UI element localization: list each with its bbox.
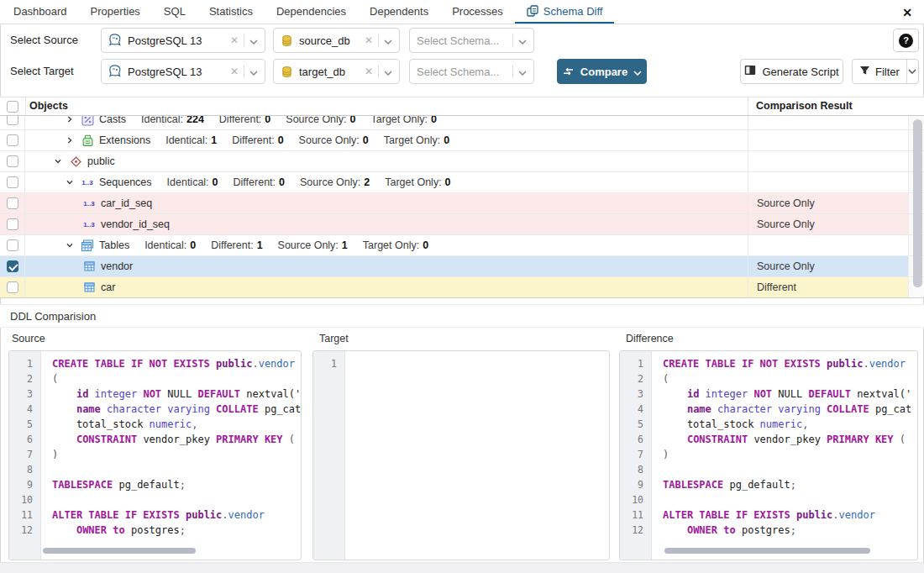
tab-processes[interactable]: Processes bbox=[440, 0, 515, 24]
source-panel-title: Source bbox=[12, 333, 45, 344]
target-ddl-editor: 1 bbox=[312, 350, 610, 560]
filter-menu-chevron[interactable] bbox=[907, 60, 919, 83]
stat-different: Different:0 bbox=[219, 116, 270, 125]
table-row[interactable]: TablesIdentical:0Different:1Source Only:… bbox=[0, 235, 924, 256]
tab-statistics[interactable]: Statistics bbox=[197, 0, 265, 24]
target-server-select[interactable]: PostgreSQL 13 ✕ bbox=[101, 59, 265, 84]
code-line: ALTER TABLE IF EXISTS public.vendor bbox=[52, 507, 301, 523]
chevron-down-icon[interactable] bbox=[518, 66, 527, 78]
clear-icon[interactable]: ✕ bbox=[230, 66, 239, 77]
row-checkbox[interactable] bbox=[7, 176, 18, 188]
row-checkbox[interactable] bbox=[7, 134, 18, 146]
tab-dependencies[interactable]: Dependencies bbox=[265, 0, 358, 24]
tab-schema-diff[interactable]: Schema Diff bbox=[515, 0, 615, 24]
table-row[interactable]: 1..3vendor_id_seqSource Only bbox=[0, 214, 924, 235]
source-db-select[interactable]: source_db ✕ bbox=[273, 28, 400, 53]
line-number: 5 bbox=[620, 417, 651, 432]
row-checkbox[interactable] bbox=[7, 239, 18, 251]
target-schema-select[interactable]: Select Schema... bbox=[409, 59, 534, 84]
row-checkbox[interactable] bbox=[7, 116, 18, 125]
chevron-right-icon[interactable] bbox=[64, 116, 76, 125]
table-icon bbox=[82, 260, 96, 273]
table-row[interactable]: public bbox=[0, 151, 924, 172]
chevron-down-icon[interactable] bbox=[64, 239, 76, 251]
compare-arrows-icon bbox=[562, 66, 575, 78]
schema-diff-window: Dashboard Properties SQL Statistics Depe… bbox=[0, 0, 924, 573]
clear-icon[interactable]: ✕ bbox=[365, 66, 373, 77]
stat-source-only: Source Only:2 bbox=[300, 176, 370, 188]
object-label: Sequences bbox=[99, 176, 152, 188]
comparison-stats: Identical:1Different:0Source Only:0Targe… bbox=[165, 134, 449, 146]
tab-dashboard[interactable]: Dashboard bbox=[2, 0, 79, 24]
chevron-down-icon[interactable] bbox=[384, 66, 392, 78]
tab-label: Dependents bbox=[370, 5, 428, 18]
difference-code-area[interactable]: CREATE TABLE IF NOT EXISTS public.vendor… bbox=[653, 351, 917, 560]
code-line: name character varying COLLATE pg_cat bbox=[52, 402, 301, 417]
row-checkbox[interactable] bbox=[7, 155, 18, 167]
line-number: 4 bbox=[620, 402, 651, 417]
code-line: ( bbox=[52, 371, 301, 386]
tab-dependents[interactable]: Dependents bbox=[358, 0, 440, 24]
close-icon[interactable]: ✕ bbox=[899, 4, 916, 21]
row-checkbox[interactable] bbox=[7, 197, 18, 209]
row-checkbox-cell bbox=[0, 214, 25, 234]
table-row[interactable]: vendorSource Only bbox=[0, 256, 924, 277]
code-line: OWNER to postgres; bbox=[52, 523, 301, 538]
code-line bbox=[52, 462, 301, 477]
row-checkbox[interactable] bbox=[7, 218, 18, 230]
clear-icon[interactable]: ✕ bbox=[230, 34, 239, 46]
help-button[interactable]: ? bbox=[893, 29, 919, 52]
table-row[interactable]: CastsIdentical:224Different:0Source Only… bbox=[0, 116, 924, 130]
chevron-down-icon[interactable] bbox=[249, 34, 258, 47]
target-db-select[interactable]: target_db ✕ bbox=[273, 59, 400, 84]
row-checkbox[interactable] bbox=[7, 260, 18, 272]
comparison-result-cell bbox=[748, 130, 908, 150]
code-line: ALTER TABLE IF EXISTS public.vendor bbox=[663, 507, 917, 523]
source-code-area[interactable]: CREATE TABLE IF NOT EXISTS public.vendor… bbox=[42, 351, 301, 560]
row-checkbox[interactable] bbox=[7, 281, 18, 293]
generate-script-button[interactable]: Generate Script bbox=[740, 59, 843, 84]
filter-button[interactable]: Filter bbox=[853, 60, 906, 83]
select-all-checkbox[interactable] bbox=[7, 101, 18, 113]
grid-vertical-scrollbar[interactable] bbox=[913, 119, 922, 289]
table-row[interactable]: 1..3SequencesIdentical:0Different:0Sourc… bbox=[0, 172, 924, 193]
compare-label: Compare bbox=[580, 66, 627, 78]
database-icon bbox=[281, 34, 293, 47]
code-line: ( bbox=[663, 371, 917, 386]
comparison-grid: Objects Comparison Result CastsIdentical… bbox=[0, 97, 924, 298]
comparison-result-column-header: Comparison Result bbox=[756, 100, 853, 112]
horizontal-scrollbar-thumb[interactable] bbox=[664, 548, 870, 554]
sequence-icon: 1..3 bbox=[81, 176, 94, 189]
clear-icon[interactable]: ✕ bbox=[365, 34, 373, 46]
target-code-area[interactable] bbox=[346, 351, 609, 560]
row-checkbox-cell bbox=[0, 130, 25, 150]
object-cell: TablesIdentical:0Different:1Source Only:… bbox=[25, 235, 748, 255]
chevron-right-icon[interactable] bbox=[64, 134, 76, 146]
code-line: ) bbox=[663, 447, 917, 462]
source-server-select[interactable]: PostgreSQL 13 ✕ bbox=[101, 28, 265, 53]
table-row[interactable]: ExtensionsIdentical:1Different:0Source O… bbox=[0, 130, 924, 151]
target-panel-title: Target bbox=[319, 333, 349, 344]
chevron-down-icon[interactable] bbox=[518, 34, 527, 47]
table-row[interactable]: carDifferent bbox=[0, 277, 924, 297]
comparison-result-cell bbox=[748, 235, 908, 255]
horizontal-scrollbar-thumb[interactable] bbox=[43, 548, 196, 554]
select-target-label: Select Target bbox=[10, 59, 74, 84]
object-cell: CastsIdentical:224Different:0Source Only… bbox=[25, 116, 748, 129]
chevron-down-icon[interactable] bbox=[384, 34, 392, 47]
tab-sql[interactable]: SQL bbox=[152, 0, 197, 24]
stat-target-only: Target Only:0 bbox=[385, 176, 450, 188]
source-schema-select[interactable]: Select Schema... bbox=[409, 28, 534, 53]
scrollbar-thumb[interactable] bbox=[913, 119, 922, 287]
line-number: 10 bbox=[620, 492, 651, 507]
stat-source-only: Source Only:0 bbox=[299, 134, 369, 146]
tab-properties[interactable]: Properties bbox=[79, 0, 152, 24]
table-row[interactable]: 1..3car_id_seqSource Only bbox=[0, 193, 924, 214]
code-line: CREATE TABLE IF NOT EXISTS public.vendor bbox=[52, 356, 301, 371]
compare-button[interactable]: Compare bbox=[557, 59, 647, 84]
chevron-down-icon[interactable] bbox=[64, 176, 76, 188]
line-number: 2 bbox=[9, 371, 40, 386]
chevron-down-icon[interactable] bbox=[249, 66, 258, 78]
chevron-down-icon[interactable] bbox=[52, 155, 64, 167]
code-line: TABLESPACE pg_default; bbox=[52, 477, 301, 492]
